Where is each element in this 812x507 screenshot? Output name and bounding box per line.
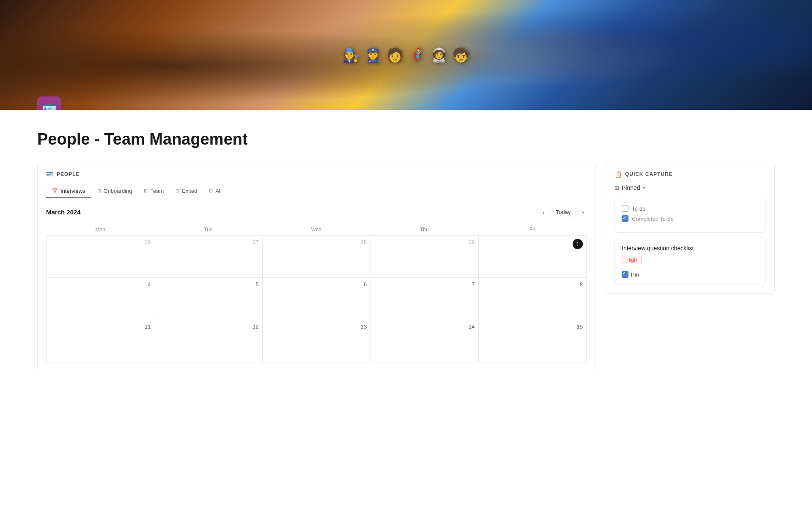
calendar-cell-14[interactable]: 14 [370,320,478,362]
interview-card-title: Interview question checklist [622,245,759,252]
todo-item-1: To-do [622,205,759,212]
calendar-grid: Mon Tue Wed Thu Fri 26 27 [46,224,587,362]
calendar-day-6: 6 [266,281,367,288]
calendar-cell-26[interactable]: 26 [47,236,154,278]
lego-figure-4: 🦸 [409,47,425,63]
tab-interviews-label: Interviews [60,188,85,194]
pin-checkbox[interactable] [622,271,628,278]
calendar-cell-29[interactable]: 29 [370,236,478,278]
tab-onboarding-icon: ⊞ [97,188,101,194]
calendar-cell-11[interactable]: 11 [47,320,154,362]
calendar-week-2: 4 5 6 7 8 [47,278,587,320]
todo-checkbox-1[interactable] [622,205,628,212]
calendar-col-tue: Tue [154,224,262,236]
todo-item-2: Completed To-do [622,215,759,222]
todo-checkbox-2[interactable] [622,215,628,222]
pin-item: Pin [622,271,759,278]
tab-exited[interactable]: ⊟ Exited [170,184,203,198]
hero-lego-figures: 🧑‍🔧 👮 🧑 🦸 🧑‍🚀 🧒 [0,0,812,110]
tab-all-label: All [215,188,221,194]
hero-banner: 🧑‍🔧 👮 🧑 🦸 🧑‍🚀 🧒 🪪 [0,0,812,110]
calendar-nav: ‹ Today › [540,207,587,217]
calendar-day-12: 12 [158,323,258,330]
lego-figure-6: 🧒 [453,47,469,63]
priority-badge: High [622,256,642,264]
people-panel-icon: 🪪 [46,171,53,178]
lego-figure-2: 👮 [365,47,381,63]
calendar-day-11: 11 [50,323,151,330]
calendar-cell-5[interactable]: 5 [154,278,262,320]
calendar-cell-12[interactable]: 12 [154,320,262,362]
calendar-day-27: 27 [158,239,258,245]
calendar-cell-4[interactable]: 4 [47,278,154,320]
tab-onboarding-label: Onboarding [104,188,132,194]
lego-figure-5: 🧑‍🚀 [431,47,447,63]
calendar-cell-6[interactable]: 6 [262,278,370,320]
calendar-day-mar1: 1 [573,239,583,249]
calendar-day-15: 15 [482,323,583,330]
calendar-col-wed: Wed [262,224,370,236]
quick-capture-panel: 📋 QUICK CAPTURE ⊞ Pinned ▾ To-do Complet… [606,162,775,294]
people-panel-header: 🪪 PEOPLE [46,171,587,178]
people-panel: 🪪 PEOPLE 📅 Interviews ⊞ Onboarding ⊞ Tea… [37,162,595,371]
quick-capture-header: 📋 QUICK CAPTURE [614,171,766,178]
tab-all-icon: ⊟ [209,188,213,194]
calendar-col-fri: Fri [478,224,586,236]
calendar-day-26: 26 [50,239,151,245]
lego-figure-1: 🧑‍🔧 [343,47,359,63]
tab-team[interactable]: ⊞ Team [138,184,170,198]
interview-card: Interview question checklist High Pin [614,238,766,285]
calendar-day-29: 29 [374,239,475,245]
page-content: People - Team Management 🪪 PEOPLE 📅 Inte… [0,110,812,388]
calendar-day-13: 13 [266,323,367,330]
calendar-cell-7[interactable]: 7 [370,278,478,320]
tab-onboarding[interactable]: ⊞ Onboarding [91,184,138,198]
tab-team-icon: ⊞ [144,188,148,194]
calendar-col-mon: Mon [47,224,154,236]
calendar-cell-15[interactable]: 15 [478,320,586,362]
pin-label: Pin [631,271,639,278]
calendar-day-7: 7 [374,281,475,288]
pinned-grid-icon: ⊞ [614,185,619,191]
calendar-next-button[interactable]: › [579,207,587,217]
calendar-cell-28[interactable]: 28 [262,236,370,278]
calendar-month-label: March 2024 [46,208,81,216]
todo-label-1: To-do [632,206,646,212]
calendar-day-28: 28 [266,239,367,245]
pinned-label: Pinned [622,184,640,191]
tab-exited-label: Exited [182,188,197,194]
pinned-chevron-icon: ▾ [643,185,645,191]
tab-interviews[interactable]: 📅 Interviews [46,184,91,198]
quick-capture-title: QUICK CAPTURE [625,171,672,177]
tab-exited-icon: ⊟ [176,188,179,194]
todo-label-2: Completed To-do [632,216,674,222]
tab-team-label: Team [150,188,164,194]
pinned-header[interactable]: ⊞ Pinned ▾ [614,184,766,191]
tab-all[interactable]: ⊟ All [203,184,227,198]
calendar-today-button[interactable]: Today [551,207,576,217]
tab-interviews-icon: 📅 [52,188,58,194]
main-grid: 🪪 PEOPLE 📅 Interviews ⊞ Onboarding ⊞ Tea… [37,162,775,371]
people-panel-title: PEOPLE [57,171,80,177]
todo-card: To-do Completed To-do [614,198,766,233]
calendar-prev-button[interactable]: ‹ [540,207,547,217]
calendar-cell-mar1[interactable]: 1 [478,236,586,278]
calendar-day-5: 5 [158,281,258,288]
calendar-day-4: 4 [50,281,151,288]
quick-capture-icon: 📋 [614,171,622,178]
page-icon: 🪪 [37,96,61,110]
calendar-cell-27[interactable]: 27 [154,236,262,278]
calendar-cell-13[interactable]: 13 [262,320,370,362]
calendar-day-8: 8 [482,281,583,288]
calendar-header: March 2024 ‹ Today › [46,207,587,217]
calendar-day-14: 14 [374,323,475,330]
calendar-week-1: 26 27 28 29 1 [47,236,587,278]
lego-figure-3: 🧑 [387,47,403,63]
calendar-cell-8[interactable]: 8 [478,278,586,320]
page-title: People - Team Management [37,130,775,148]
calendar-col-thu: Thu [370,224,478,236]
people-tabs: 📅 Interviews ⊞ Onboarding ⊞ Team ⊟ Exite… [46,184,587,198]
calendar-week-3: 11 12 13 14 15 [47,320,587,362]
